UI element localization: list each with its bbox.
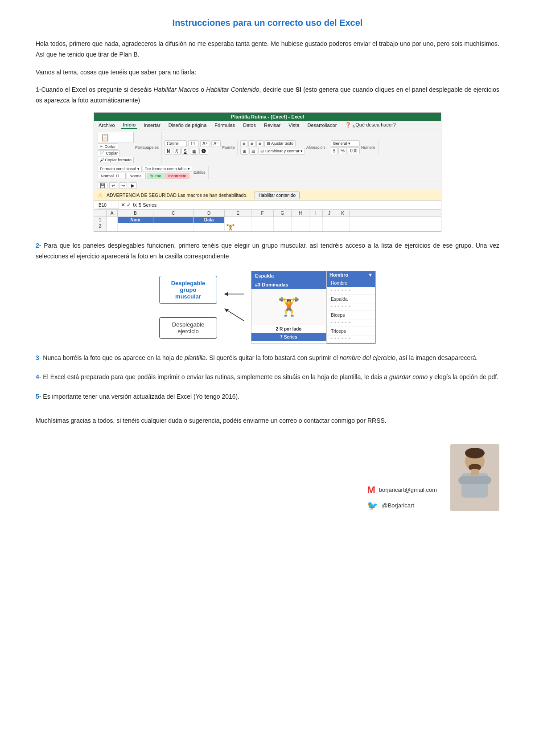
cell-j1[interactable]: [323, 217, 336, 223]
section-3-num: 3: [36, 354, 39, 361]
cell-c1[interactable]: [153, 217, 193, 223]
redo-btn[interactable]: ↪: [119, 182, 127, 189]
cell-g2[interactable]: [274, 223, 292, 231]
style-incorrecto[interactable]: Incorrecte: [165, 173, 189, 179]
cell-a2[interactable]: [107, 223, 118, 231]
cell-i1[interactable]: [309, 217, 323, 223]
cell-k2[interactable]: [336, 223, 350, 231]
font-name[interactable]: Calibri: [165, 140, 187, 147]
view-btn[interactable]: ▶: [129, 182, 137, 189]
cell-i2[interactable]: [309, 223, 323, 231]
shrink-font-btn[interactable]: A⁻: [211, 140, 221, 147]
style-bueno[interactable]: Bueno: [147, 173, 165, 179]
closing-section: Muchísimas gracias a todos, si tenéis cu…: [36, 416, 499, 426]
paste-btn[interactable]: 📋: [98, 132, 134, 143]
numero-label: Número: [361, 145, 375, 150]
fill-btn[interactable]: 🅐: [199, 148, 208, 155]
cell-b2[interactable]: [118, 223, 153, 231]
number-format[interactable]: General ▾: [331, 140, 360, 147]
align-left-btn[interactable]: ≡: [240, 140, 247, 147]
comma-btn[interactable]: 000: [348, 147, 360, 154]
section-1-after: , decirle que: [259, 86, 296, 93]
cell-e2[interactable]: 🏋: [225, 223, 251, 231]
panel-espalda-header[interactable]: Espalda: [251, 271, 326, 280]
format-brush-btn[interactable]: 🖌 Copiar formato: [98, 157, 134, 163]
cell-b1[interactable]: Nom: [118, 217, 153, 223]
list-item-triceps[interactable]: Triceps: [327, 327, 375, 335]
cell-d2[interactable]: [193, 223, 225, 231]
section-1-bold: SI: [296, 86, 301, 93]
warning-text: ADVERTENCIA DE SEGURIDAD Las macros se h…: [107, 192, 247, 198]
menu-desarrollador[interactable]: Desarrollador: [306, 122, 339, 128]
intro-paragraph-2: Vamos al tema, cosas que tenéis que sabe…: [36, 67, 499, 78]
cell-h2[interactable]: [292, 223, 309, 231]
menu-help[interactable]: ❓ ¿Qué desea hacer?: [343, 122, 398, 128]
style-normal2[interactable]: Normal: [127, 173, 146, 179]
menu-archivo[interactable]: Archivo: [97, 122, 117, 128]
email-text: borjaricart@gmail.com: [379, 486, 437, 493]
section-4-text: 4- El Excel está preparado para que podá…: [36, 372, 499, 383]
cell-h1[interactable]: [292, 217, 309, 223]
cell-f2[interactable]: [251, 223, 274, 231]
cell-k1[interactable]: [336, 217, 350, 223]
conditional-format-btn[interactable]: Formato condicional ▾: [98, 166, 142, 172]
arrows-svg: [222, 283, 248, 332]
border-btn[interactable]: ▦: [190, 148, 198, 155]
save-btn[interactable]: 💾: [98, 182, 107, 189]
dropdown-chevron: ▼: [368, 272, 373, 278]
cell-e1[interactable]: [225, 217, 251, 223]
cell-d1[interactable]: Data: [193, 217, 225, 223]
hombro-label: Hombro: [329, 272, 368, 278]
underline-btn[interactable]: S: [181, 148, 189, 155]
col-j: J: [323, 210, 336, 217]
cell-ref[interactable]: B10: [97, 202, 119, 208]
cell-a1[interactable]: [107, 217, 118, 223]
undo-btn[interactable]: ↩: [109, 182, 117, 189]
wrap-text-btn[interactable]: ⊞ Ajustar texto: [264, 140, 296, 147]
indent2-btn[interactable]: ⊟: [249, 148, 257, 155]
percent-btn[interactable]: %: [338, 147, 347, 154]
section-4: 4- El Excel está preparado para que podá…: [36, 372, 499, 383]
menu-insertar[interactable]: Insertar: [142, 122, 162, 128]
menu-formulas[interactable]: Fórmulas: [213, 122, 237, 128]
copy-btn[interactable]: ✂ Cortar: [98, 143, 118, 150]
merge-btn[interactable]: ⊞ Combinar y centrar ▾: [258, 148, 305, 155]
panel-espalda-col: Espalda #3 Dominadas 🏋️ 2 R por lado 7 S…: [251, 271, 326, 343]
panel-image-cell: 🏋️: [251, 289, 326, 325]
align-right-btn[interactable]: ≡: [256, 140, 263, 147]
indent-btn[interactable]: ⊞: [240, 148, 248, 155]
list-item-dots3: * * * * * *: [327, 319, 375, 327]
habilitar-btn[interactable]: Habilitar contenido: [255, 192, 300, 199]
section-1-italic2: Habilitar Contenido: [206, 86, 259, 93]
styles-group: Formato condicional ▾ Dar formato como t…: [98, 166, 209, 179]
person-photo: [450, 444, 499, 511]
currency-btn[interactable]: $: [331, 147, 338, 154]
align-center-btn[interactable]: ≡: [248, 140, 255, 147]
clipboard-group: 📋 ✂ Cortar 📄 Copiar 🖌 Copiar formato Por…: [98, 132, 162, 163]
grow-font-btn[interactable]: A⁺: [200, 140, 210, 147]
italic-btn[interactable]: K: [173, 148, 181, 155]
list-item-biceps[interactable]: Biceps: [327, 311, 375, 319]
cell-j2[interactable]: [323, 223, 336, 231]
col-d: D: [193, 210, 225, 217]
style-normal[interactable]: Normal_Li...: [98, 173, 126, 179]
copy2-btn[interactable]: 📄 Copiar: [98, 150, 120, 156]
table-format-btn[interactable]: Dar formato como tabla ▾: [143, 166, 193, 172]
panel-hombro-header[interactable]: Hombro ▼: [327, 271, 375, 278]
svg-rect-8: [471, 469, 479, 475]
cell-c2[interactable]: [153, 223, 193, 231]
excel-titlebar: Plantilla Rutina - [Excel] - Excel: [94, 113, 441, 121]
font-size[interactable]: 11: [188, 140, 199, 147]
list-item-espalda[interactable]: Espalda: [327, 295, 375, 303]
excel-ribbon-row2: 💾 ↩ ↪ ▶: [94, 181, 441, 190]
twitter-text: @Borjaricart: [382, 502, 414, 509]
menu-vista[interactable]: Vista: [287, 122, 301, 128]
menu-inicio[interactable]: Inicio: [121, 122, 138, 129]
cell-f1[interactable]: [251, 217, 274, 223]
bold-btn[interactable]: N: [165, 148, 172, 155]
menu-datos[interactable]: Datos: [241, 122, 258, 128]
menu-revisar[interactable]: Revisar: [262, 122, 282, 128]
list-item-hombro[interactable]: Hombro: [327, 279, 375, 287]
cell-g1[interactable]: [274, 217, 292, 223]
menu-diseno[interactable]: Diseño de página: [167, 122, 209, 128]
